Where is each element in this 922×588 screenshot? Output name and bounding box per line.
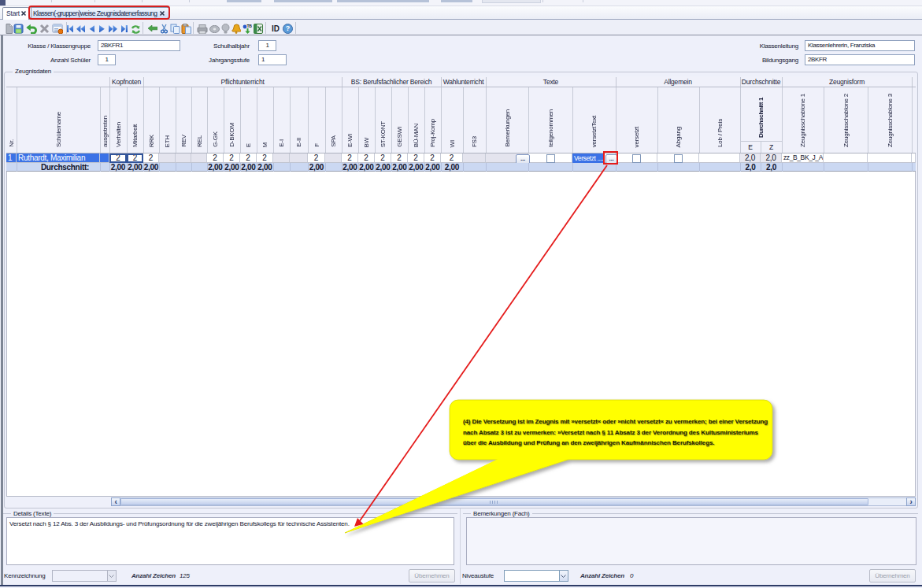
svg-text:TB: TB xyxy=(247,24,253,28)
svg-text:?: ? xyxy=(286,24,290,32)
